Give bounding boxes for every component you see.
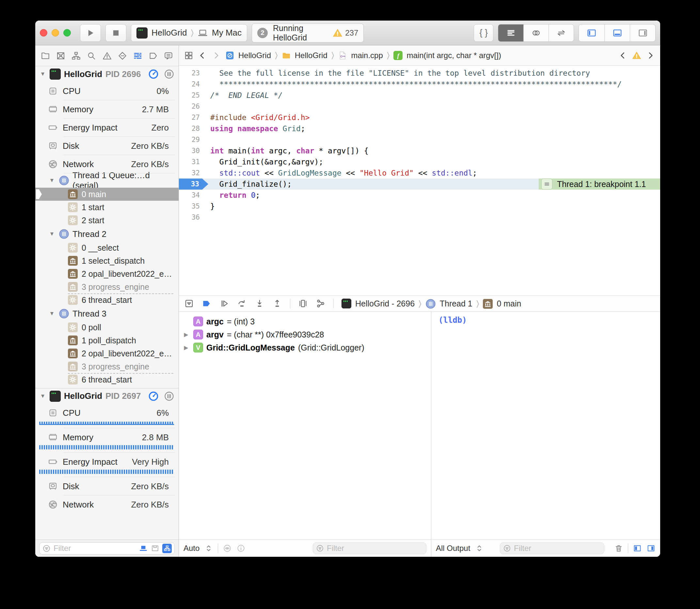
line-number[interactable]: 27: [179, 112, 202, 123]
show-variables-view-icon[interactable]: [633, 544, 642, 553]
memory-graph-icon[interactable]: [316, 299, 325, 309]
zoom-window-button[interactable]: [63, 29, 71, 37]
thread-row[interactable]: ▼Thread 2: [35, 227, 178, 241]
thread-view-toggle-icon[interactable]: [164, 391, 175, 402]
thread-view-toggle-icon[interactable]: [164, 69, 175, 80]
line-number[interactable]: 34: [179, 190, 202, 201]
line-number[interactable]: 25: [179, 90, 202, 101]
line-number[interactable]: 35: [179, 201, 202, 212]
line-number[interactable]: 30: [179, 145, 202, 156]
show-console-view-icon[interactable]: [647, 544, 655, 553]
gauge-row-energy-impact[interactable]: Energy ImpactZero: [35, 119, 178, 137]
toggle-debug-area-button[interactable]: [604, 24, 630, 41]
stack-frame-row[interactable]: 6 thread_start: [35, 373, 178, 386]
console-scope-dropdown[interactable]: All Output: [436, 544, 470, 553]
navigator-issues-icon[interactable]: [102, 51, 112, 61]
next-issue-icon[interactable]: [646, 51, 655, 60]
navigator-reports-icon[interactable]: [164, 51, 173, 61]
close-window-button[interactable]: [40, 29, 47, 37]
previous-issue-icon[interactable]: [618, 51, 628, 60]
stack-frame-row[interactable]: 6 thread_start: [35, 293, 178, 307]
stack-frame-row[interactable]: 1 select_dispatch: [35, 254, 178, 267]
code-snippet-button[interactable]: { }: [474, 24, 493, 42]
gauge-row-cpu[interactable]: CPU6%: [35, 404, 178, 428]
variables-scope-dropdown[interactable]: Auto: [184, 544, 200, 553]
forward-icon[interactable]: [211, 51, 221, 60]
run-button[interactable]: [80, 24, 101, 42]
stack-frame-row[interactable]: 0 main: [35, 188, 178, 201]
jump-bar-item[interactable]: main.cpp: [351, 51, 383, 60]
flat-view-icon[interactable]: [139, 544, 148, 553]
gauge-row-energy-impact[interactable]: Energy ImpactVery High: [35, 453, 178, 477]
navigator-source-control-icon[interactable]: [56, 51, 66, 61]
gauge-row-network[interactable]: NetworkZero KB/s: [35, 495, 178, 514]
disclosure-triangle-icon[interactable]: ▼: [48, 177, 55, 184]
scheme-selector[interactable]: HelloGrid 〉 My Mac: [131, 24, 247, 42]
breakpoints-enabled-icon[interactable]: [202, 299, 211, 309]
jump-bar-item[interactable]: HelloGrid: [238, 51, 271, 60]
disclosure-triangle-icon[interactable]: ▼: [39, 393, 46, 399]
disclosure-triangle-icon[interactable]: ▼: [48, 310, 55, 317]
updown-chevrons-icon[interactable]: [204, 544, 213, 553]
variable-row[interactable]: ▶Aargv = (char **) 0x7ffee9039c28: [179, 328, 431, 341]
updown-chevrons-icon[interactable]: [475, 544, 484, 553]
stop-button[interactable]: [105, 24, 126, 42]
jump-bar-item[interactable]: main(int argc, char * argv[]): [407, 51, 501, 60]
processes-view-icon[interactable]: [162, 544, 172, 553]
gauge-dial-icon[interactable]: [148, 391, 159, 402]
console-filter-field[interactable]: Filter: [500, 542, 604, 554]
line-number[interactable]: 29: [179, 134, 202, 145]
toggle-navigator-button[interactable]: [579, 24, 604, 41]
info-icon[interactable]: [236, 544, 245, 553]
disclosure-triangle-icon[interactable]: ▼: [39, 71, 46, 77]
gauge-row-memory[interactable]: Memory2.8 MB: [35, 428, 178, 453]
navigator-symbols-icon[interactable]: [71, 51, 81, 61]
navigator-debug-icon[interactable]: [133, 51, 143, 61]
process-row[interactable]: ▼HelloGridPID 2696: [35, 66, 178, 82]
standard-editor-button[interactable]: [498, 24, 523, 41]
quicklook-icon[interactable]: [223, 544, 232, 553]
gauge-dial-icon[interactable]: [148, 69, 159, 80]
breakpoint-indicator[interactable]: 33: [179, 178, 208, 190]
line-number[interactable]: 23: [179, 68, 202, 79]
warning-count[interactable]: 237: [333, 28, 358, 38]
thread-row[interactable]: ▼Thread 3: [35, 307, 178, 321]
navigator-find-icon[interactable]: [86, 51, 96, 61]
step-out-icon[interactable]: [272, 299, 282, 309]
debug-thread-label[interactable]: Thread 1: [440, 299, 473, 309]
view-hierarchy-icon[interactable]: [298, 299, 308, 309]
assistant-editor-button[interactable]: [523, 24, 548, 41]
debug-process-label[interactable]: HelloGrid - 2696: [355, 299, 415, 309]
frames-view-icon[interactable]: [151, 544, 160, 553]
process-row[interactable]: ▼HelloGridPID 2697: [35, 388, 178, 404]
breakpoint-annotation[interactable]: Thread 1: breakpoint 1.1: [539, 178, 660, 190]
console-view[interactable]: (lldb): [431, 312, 660, 539]
code-area[interactable]: 23 See the full license in the file "LIC…: [179, 66, 660, 295]
stack-frame-row[interactable]: 3 progress_engine: [35, 360, 178, 373]
disclosure-triangle-icon[interactable]: ▶: [182, 344, 190, 351]
navigator-filter-field[interactable]: Filter: [39, 542, 175, 555]
line-number[interactable]: 26: [179, 101, 202, 112]
issue-warning-icon[interactable]: [632, 51, 641, 60]
disclosure-triangle-icon[interactable]: ▼: [48, 231, 55, 237]
navigator-project-icon[interactable]: [40, 51, 50, 61]
variable-row[interactable]: ▶VGrid::GridLogMessage (Grid::GridLogger…: [179, 341, 431, 354]
navigator-breakpoints-icon[interactable]: [148, 51, 158, 61]
jump-bar-item[interactable]: HelloGrid: [295, 51, 327, 60]
stack-frame-row[interactable]: 2 opal_libevent2022_ev…: [35, 347, 178, 360]
back-icon[interactable]: [198, 51, 207, 60]
stack-frame-row[interactable]: 3 progress_engine: [35, 280, 178, 293]
minimize-window-button[interactable]: [52, 29, 59, 37]
gauge-row-memory[interactable]: Memory2.7 MB: [35, 100, 178, 119]
continue-icon[interactable]: [219, 299, 229, 309]
debug-frame-label[interactable]: 0 main: [497, 299, 521, 309]
line-number[interactable]: 32: [179, 168, 202, 178]
line-number[interactable]: 28: [179, 123, 202, 134]
related-items-icon[interactable]: [184, 51, 193, 60]
step-over-icon[interactable]: [237, 299, 247, 309]
variables-filter-field[interactable]: Filter: [313, 542, 426, 554]
navigator-tests-icon[interactable]: [118, 51, 127, 61]
stack-frame-row[interactable]: 0 poll: [35, 321, 178, 334]
stack-frame-row[interactable]: 0 __select: [35, 241, 178, 254]
stack-frame-row[interactable]: 1 poll_dispatch: [35, 334, 178, 347]
